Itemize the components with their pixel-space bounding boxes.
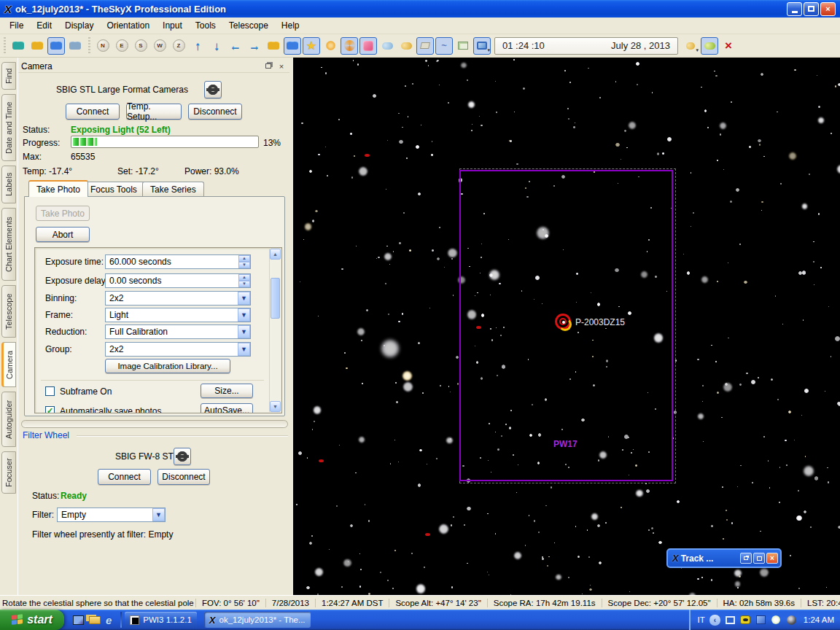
network-tray-icon[interactable] [755, 615, 766, 626]
camera-temp-setup-button[interactable]: Temp. Setup... [126, 104, 182, 120]
menu-edit[interactable]: Edit [30, 18, 58, 33]
window-tray-icon[interactable] [725, 615, 736, 626]
subframe-on-checkbox[interactable] [45, 386, 55, 396]
show-desktop-icon[interactable] [73, 615, 84, 625]
camera-tray-icon[interactable] [786, 615, 797, 626]
camera-settings-gear-button[interactable] [204, 81, 222, 98]
panel-float-icon[interactable] [263, 61, 273, 71]
look-east-button[interactable]: E [113, 37, 131, 55]
scroll-down-icon[interactable]: ▼ [270, 401, 281, 412]
pan-up-button[interactable]: ↑ [189, 37, 206, 55]
look-west-button[interactable]: W [151, 37, 168, 55]
toolbar-drag-handle[interactable] [2, 37, 7, 55]
track-restore-button[interactable] [740, 553, 752, 564]
exposure-time-input[interactable]: 60.000 seconds ▲▼ [105, 254, 251, 269]
go-forward-time-icon[interactable] [701, 37, 718, 55]
sidebar-tab-focuser[interactable]: Focuser [1, 451, 16, 494]
menu-orientation[interactable]: Orientation [100, 18, 156, 33]
eye-tray-icon[interactable] [740, 615, 751, 626]
look-zenith-button[interactable]: Z [170, 37, 187, 55]
track-mini-window[interactable]: X Track ... × [666, 548, 782, 568]
menu-telescope[interactable]: Telescope [222, 18, 275, 33]
sidebar-tab-autoguider[interactable]: Autoguider [1, 392, 16, 447]
autosave-button[interactable]: AutoSave... [201, 403, 253, 413]
chevron-down-icon[interactable]: ▼ [152, 508, 165, 521]
camera-connect-button[interactable]: Connect [66, 104, 120, 120]
orbit-view-icon[interactable] [66, 37, 84, 55]
chart-frame-icon[interactable] [454, 37, 472, 55]
exposure-delay-input[interactable]: 0.00 seconds ▲▼ [105, 273, 251, 288]
camera-disconnect-button[interactable]: Disconnect [188, 104, 242, 120]
image-calibration-library-button[interactable]: Image Calibration Library... [105, 359, 230, 373]
size-button[interactable]: Size... [201, 384, 253, 398]
start-button[interactable]: start [0, 610, 64, 630]
time-date-display[interactable]: 01 :24 :10 July 28 , 2013 [494, 37, 678, 55]
time-step-icon[interactable]: ▾ [682, 37, 699, 55]
panel-close-icon[interactable]: × [276, 61, 287, 71]
scrollbar-thumb[interactable] [271, 278, 280, 319]
menu-tools[interactable]: Tools [189, 18, 222, 33]
light-tray-icon[interactable] [771, 615, 782, 626]
pan-down-button[interactable]: ↓ [208, 37, 225, 55]
language-indicator[interactable]: IT [698, 615, 705, 624]
find-blue-binoculars-icon[interactable] [47, 37, 65, 55]
sidebar-tab-find[interactable]: Find [1, 62, 16, 90]
sidebar-tab-camera[interactable]: Camera [1, 342, 16, 387]
menu-file[interactable]: File [3, 18, 30, 33]
sun-toggle-icon[interactable] [322, 37, 339, 55]
exposure-time-spinner[interactable]: ▲▼ [238, 255, 250, 268]
menu-help[interactable]: Help [275, 18, 306, 33]
comet-marker-icon[interactable] [552, 311, 577, 336]
minimize-button[interactable] [787, 2, 802, 16]
filter-wheel-settings-gear-button[interactable] [174, 448, 191, 465]
group-select[interactable]: 2x2 ▼ [105, 342, 251, 357]
chevron-down-icon[interactable]: ▼ [238, 343, 250, 356]
galaxy-toggle-icon[interactable] [341, 37, 358, 55]
panel-horizontal-scrollbar[interactable] [21, 420, 288, 428]
filter-select[interactable]: Empty ▼ [57, 508, 166, 522]
toolbar-drag-handle[interactable] [87, 37, 91, 55]
tab-take-series[interactable]: Take Series [142, 182, 204, 197]
chevron-down-icon[interactable]: ▼ [238, 292, 250, 305]
close-button[interactable]: × [820, 2, 836, 16]
internet-explorer-icon[interactable]: e [106, 615, 112, 626]
stars-toggle-icon[interactable]: ★ [303, 37, 320, 55]
binning-select[interactable]: 2x2 ▼ [105, 291, 251, 306]
form-vertical-scrollbar[interactable]: ▲ ▼ [269, 249, 280, 412]
nebula-toggle-icon[interactable] [359, 37, 377, 55]
sidebar-tab-chart-elements[interactable]: Chart Elements [1, 208, 16, 281]
abort-button[interactable]: Abort [36, 227, 90, 242]
taskbar-task-pwi3[interactable]: PWI3 1.1.2.1 [125, 612, 196, 628]
gold-cloud-toggle-icon[interactable] [397, 37, 415, 55]
tray-collapse-chevron-icon[interactable]: ‹ [709, 615, 720, 626]
autosave-checkbox[interactable]: ✓ [45, 406, 55, 413]
track-maximize-button[interactable] [753, 553, 765, 564]
pan-right-button[interactable]: → [246, 37, 263, 55]
reduction-select[interactable]: Full Calibration ▼ [105, 324, 251, 339]
find-gold-binoculars-icon[interactable] [28, 37, 46, 55]
labels-toggle-icon[interactable] [416, 37, 434, 55]
tab-focus-tools[interactable]: Focus Tools [82, 182, 145, 197]
gold-binoculars2-icon[interactable] [265, 37, 282, 55]
sky-chart[interactable]: P-2003DZ15 PW17 X Track ... × [293, 58, 840, 595]
menu-display[interactable]: Display [58, 18, 100, 33]
taskbar-task-theskyx[interactable]: X ok_12july2013* - The... [204, 612, 311, 628]
look-south-button[interactable]: S [132, 37, 149, 55]
take-photo-button[interactable]: Take Photo [36, 206, 90, 221]
scroll-up-icon[interactable]: ▲ [270, 249, 281, 260]
computer-time-icon[interactable]: ▾ [473, 37, 491, 55]
frame-select[interactable]: Light ▼ [105, 308, 251, 322]
tab-take-photo[interactable]: Take Photo [28, 180, 88, 197]
exposure-delay-spinner[interactable]: ▲▼ [238, 274, 250, 287]
look-north-button[interactable]: N [94, 37, 112, 55]
constellation-lines-toggle-icon[interactable]: ~ [435, 37, 453, 55]
sidebar-tab-telescope[interactable]: Telescope [1, 285, 16, 338]
maximize-button[interactable] [804, 2, 819, 16]
filter-wheel-connect-button[interactable]: Connect [98, 469, 151, 485]
blue-figure-icon[interactable] [284, 37, 301, 55]
pan-left-button[interactable]: ← [227, 37, 244, 55]
folder-icon[interactable] [89, 616, 101, 624]
track-close-button[interactable]: × [766, 553, 778, 564]
chevron-down-icon[interactable]: ▼ [238, 308, 250, 322]
sidebar-tab-labels[interactable]: Labels [1, 166, 16, 203]
